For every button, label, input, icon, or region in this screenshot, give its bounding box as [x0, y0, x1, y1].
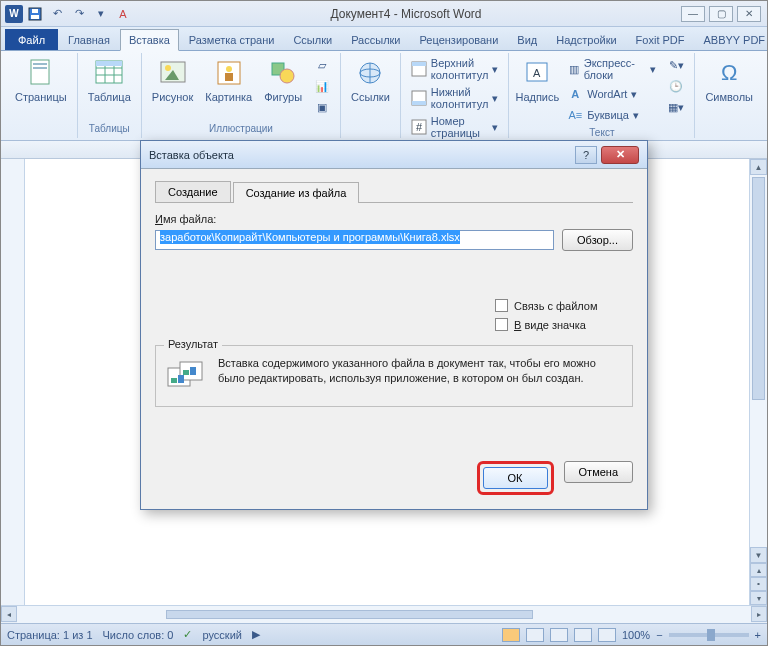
dialog-buttons: ОК Отмена: [141, 451, 647, 509]
chart-button[interactable]: 📊: [310, 76, 334, 96]
dialog-help-button[interactable]: ?: [575, 146, 597, 164]
view-draft[interactable]: [598, 628, 616, 642]
tab-file[interactable]: Файл: [5, 29, 58, 50]
svg-rect-24: [412, 62, 426, 66]
textbox-icon: A: [521, 57, 553, 89]
word-app-icon[interactable]: W: [5, 5, 23, 23]
scroll-down-icon[interactable]: ▼: [750, 547, 767, 563]
redo-icon[interactable]: ↷: [69, 4, 89, 24]
footer-button[interactable]: Нижний колонтитул ▾: [407, 84, 503, 112]
dialog-tab-create-new[interactable]: Создание: [155, 181, 231, 202]
filename-input[interactable]: заработок\Копирайт\Компьютеры и программ…: [155, 230, 554, 250]
tab-mailings[interactable]: Рассылки: [342, 29, 409, 50]
view-fullscreen[interactable]: [526, 628, 544, 642]
scroll-up-icon[interactable]: ▲: [750, 159, 767, 175]
signature-button[interactable]: ✎▾: [664, 55, 688, 75]
scroll-thumb[interactable]: [752, 177, 765, 400]
browse-button[interactable]: Обзор...: [562, 229, 633, 251]
tab-abbyy[interactable]: ABBYY PDF Trans: [695, 29, 768, 50]
textbox-button[interactable]: A Надпись: [515, 55, 559, 105]
screenshot-button[interactable]: ▣: [310, 97, 334, 117]
qat-icon2[interactable]: A: [113, 4, 133, 24]
zoom-in-icon[interactable]: +: [755, 629, 761, 641]
svg-point-19: [280, 69, 294, 83]
scroll-left-icon[interactable]: ◂: [1, 606, 17, 622]
pages-button[interactable]: Страницы: [11, 55, 71, 105]
shapes-button[interactable]: Фигуры: [260, 55, 306, 105]
status-page[interactable]: Страница: 1 из 1: [7, 629, 93, 641]
result-fieldset: Результат Вставка содержимого указанного…: [155, 345, 633, 407]
group-headerfooter: Верхний колонтитул ▾ Нижний колонтитул ▾…: [401, 53, 510, 138]
link-to-file-checkbox[interactable]: Связь с файлом: [495, 299, 633, 312]
links-button[interactable]: Ссылки: [347, 55, 394, 105]
picture-button[interactable]: Рисунок: [148, 55, 198, 105]
browse-next-icon[interactable]: ▾: [750, 591, 767, 605]
dialog-tabs: Создание Создание из файла: [155, 181, 633, 203]
save-icon[interactable]: [25, 4, 45, 24]
ruler-vertical[interactable]: [1, 159, 25, 605]
pagenum-button[interactable]: #Номер страницы ▾: [407, 113, 503, 141]
tab-foxit[interactable]: Foxit PDF: [627, 29, 694, 50]
dialog-title: Вставка объекта: [149, 149, 575, 161]
proofing-icon[interactable]: ✓: [183, 628, 192, 641]
smartart-button[interactable]: ▱: [310, 55, 334, 75]
svg-rect-17: [225, 73, 233, 81]
zoom-level[interactable]: 100%: [622, 629, 650, 641]
dialog-titlebar[interactable]: Вставка объекта ? ✕: [141, 141, 647, 169]
group-illustrations: Рисунок Картинка Фигуры ▱ 📊 ▣ Иллюстраци…: [142, 53, 341, 138]
browse-object-icon[interactable]: ∘: [750, 577, 767, 591]
tab-addins[interactable]: Надстройки: [547, 29, 625, 50]
view-print-layout[interactable]: [502, 628, 520, 642]
datetime-button[interactable]: 🕒: [664, 76, 688, 96]
zoom-handle[interactable]: [707, 629, 715, 641]
vertical-scrollbar[interactable]: ▲ ▼ ▴ ∘ ▾: [749, 159, 767, 605]
smartart-icon: ▱: [314, 57, 330, 73]
group-tables: Таблица Таблицы: [78, 53, 142, 138]
browse-prev-icon[interactable]: ▴: [750, 563, 767, 577]
display-as-icon-checkbox[interactable]: В виде значка: [495, 318, 633, 331]
quickparts-icon: ▥: [567, 61, 579, 77]
quick-access-toolbar: W ↶ ↷ ▾ A: [1, 4, 137, 24]
tab-view[interactable]: Вид: [508, 29, 546, 50]
svg-text:A: A: [533, 67, 541, 79]
title-bar: W ↶ ↷ ▾ A Документ4 - Microsoft Word — ▢…: [1, 1, 767, 27]
status-words[interactable]: Число слов: 0: [103, 629, 174, 641]
wordart-button[interactable]: AWordArt ▾: [563, 84, 660, 104]
tab-insert[interactable]: Вставка: [120, 29, 179, 51]
cancel-button[interactable]: Отмена: [564, 461, 633, 483]
qat-icon[interactable]: ▾: [91, 4, 111, 24]
view-web[interactable]: [550, 628, 568, 642]
tab-home[interactable]: Главная: [59, 29, 119, 50]
header-button[interactable]: Верхний колонтитул ▾: [407, 55, 503, 83]
view-outline[interactable]: [574, 628, 592, 642]
zoom-slider[interactable]: [669, 633, 749, 637]
dialog-tab-from-file[interactable]: Создание из файла: [233, 182, 360, 203]
status-language[interactable]: русский: [202, 629, 241, 641]
object-button[interactable]: ▦▾: [664, 97, 688, 117]
zoom-out-icon[interactable]: −: [656, 629, 662, 641]
tab-references[interactable]: Ссылки: [284, 29, 341, 50]
close-button[interactable]: ✕: [737, 6, 761, 22]
dialog-close-button[interactable]: ✕: [601, 146, 639, 164]
minimize-button[interactable]: —: [681, 6, 705, 22]
filename-label: Имя файла:: [155, 213, 633, 225]
scroll-right-icon[interactable]: ▸: [751, 606, 767, 622]
ok-button[interactable]: ОК: [483, 467, 548, 489]
clipart-button[interactable]: Картинка: [201, 55, 256, 105]
tab-layout[interactable]: Разметка страни: [180, 29, 284, 50]
datetime-icon: 🕒: [668, 78, 684, 94]
maximize-button[interactable]: ▢: [709, 6, 733, 22]
tab-review[interactable]: Рецензировани: [411, 29, 508, 50]
table-button[interactable]: Таблица: [84, 55, 135, 105]
quickparts-button[interactable]: ▥Экспресс-блоки ▾: [563, 55, 660, 83]
macro-icon[interactable]: ▶: [252, 628, 260, 641]
ribbon: Страницы Таблица Таблицы Рисунок: [1, 51, 767, 141]
hscroll-thumb[interactable]: [166, 610, 533, 619]
svg-rect-35: [183, 370, 189, 375]
undo-icon[interactable]: ↶: [47, 4, 67, 24]
header-icon: [411, 61, 427, 77]
svg-rect-4: [33, 63, 47, 65]
symbols-button[interactable]: Ω Символы: [701, 55, 757, 105]
dropcap-button[interactable]: A≡Буквица ▾: [563, 105, 660, 125]
horizontal-scrollbar[interactable]: ◂ ▸: [1, 605, 767, 623]
